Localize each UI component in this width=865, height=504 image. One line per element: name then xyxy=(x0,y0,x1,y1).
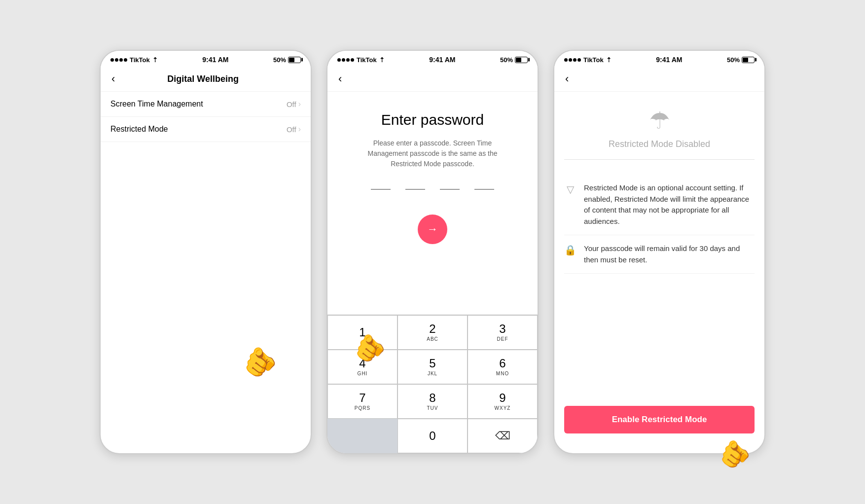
app-name-3: TikTok xyxy=(583,56,604,64)
battery-percent-2: 50% xyxy=(500,56,513,64)
back-button-1[interactable]: ‹ xyxy=(109,71,117,87)
enable-restricted-mode-button[interactable]: Enable Restricted Mode xyxy=(564,406,755,433)
info-text-1: Restricted Mode is an optional account s… xyxy=(584,182,755,227)
status-right-3: 50% xyxy=(727,56,755,64)
status-left-3: TikTok ⇡ xyxy=(564,56,612,64)
passcode-dot-4 xyxy=(474,189,494,190)
umbrella-icon: ☂ xyxy=(649,107,670,134)
key-empty xyxy=(327,419,397,453)
key-6[interactable]: 6 MNO xyxy=(468,350,538,384)
nav-bar-3: ‹ xyxy=(554,67,764,92)
password-content: Enter password Please enter a passcode. … xyxy=(327,92,538,315)
status-right-1: 50% xyxy=(273,56,301,64)
screen-time-label: Screen Time Management xyxy=(110,100,203,108)
nav-bar-2: ‹ xyxy=(327,67,538,92)
app-name-1: TikTok xyxy=(130,56,150,64)
status-bar-2: TikTok ⇡ 9:41 AM 50% xyxy=(327,51,538,67)
settings-item-screen-time[interactable]: Screen Time Management Off › xyxy=(101,92,311,117)
nav-bar-1: ‹ Digital Wellbeing xyxy=(101,67,311,92)
time-3: 9:41 AM xyxy=(656,56,682,64)
page-title-1: Digital Wellbeing xyxy=(117,74,289,84)
time-1: 9:41 AM xyxy=(202,56,228,64)
phone-3-wrapper: TikTok ⇡ 9:41 AM 50% ‹ ☂ Restricted Mode… xyxy=(553,50,765,454)
restricted-content: ☂ Restricted Mode Disabled ▽ Restricted … xyxy=(554,92,764,396)
passcode-input xyxy=(371,189,494,190)
screen-time-value: Off xyxy=(287,100,296,108)
submit-password-button[interactable]: → xyxy=(418,215,447,244)
back-button-2[interactable]: ‹ xyxy=(336,71,344,87)
restricted-mode-label: Restricted Mode xyxy=(110,125,168,134)
wifi-icon-1: ⇡ xyxy=(152,56,158,64)
back-button-3[interactable]: ‹ xyxy=(563,71,571,87)
password-screen: Enter password Please enter a passcode. … xyxy=(327,92,538,453)
restricted-mode-right: Off › xyxy=(287,125,301,134)
status-bar-1: TikTok ⇡ 9:41 AM 50% xyxy=(101,51,311,67)
battery-1 xyxy=(288,57,301,63)
settings-item-restricted[interactable]: Restricted Mode Off › xyxy=(101,117,311,142)
info-item-2: 🔒 Your passcode will remain valid for 30… xyxy=(564,235,755,274)
battery-3 xyxy=(742,57,755,63)
status-bar-3: TikTok ⇡ 9:41 AM 50% xyxy=(554,51,764,67)
restricted-mode-value: Off xyxy=(287,125,296,134)
info-item-1: ▽ Restricted Mode is an optional account… xyxy=(564,175,755,235)
restricted-mode-chevron: › xyxy=(298,125,301,134)
status-left-2: TikTok ⇡ xyxy=(337,56,385,64)
backspace-icon: ⌫ xyxy=(495,430,510,442)
arrow-icon: → xyxy=(427,223,438,236)
filter-icon: ▽ xyxy=(564,183,576,195)
time-2: 9:41 AM xyxy=(429,56,455,64)
screen-time-chevron: › xyxy=(298,100,301,108)
battery-percent-3: 50% xyxy=(727,56,740,64)
key-2[interactable]: 2 ABC xyxy=(397,315,468,350)
restricted-icon-area: ☂ Restricted Mode Disabled xyxy=(564,107,755,160)
key-7[interactable]: 7 PQRS xyxy=(327,384,397,419)
key-4[interactable]: 4 GHI xyxy=(327,350,397,384)
phone-1-wrapper: TikTok ⇡ 9:41 AM 50% ‹ Digital Wellbeing… xyxy=(100,50,312,454)
signal-1 xyxy=(110,58,127,62)
key-5[interactable]: 5 JKL xyxy=(397,350,468,384)
password-subtitle: Please enter a passcode. Screen Time Man… xyxy=(363,138,502,169)
passcode-dot-1 xyxy=(371,189,391,190)
phone-2: TikTok ⇡ 9:41 AM 50% ‹ Enter password Pl… xyxy=(326,50,539,454)
app-name-2: TikTok xyxy=(357,56,377,64)
password-title: Enter password xyxy=(381,111,484,128)
key-9[interactable]: 9 WXYZ xyxy=(468,384,538,419)
phone-1: TikTok ⇡ 9:41 AM 50% ‹ Digital Wellbeing… xyxy=(100,50,312,454)
key-3[interactable]: 3 DEF xyxy=(468,315,538,350)
passcode-dot-3 xyxy=(440,189,460,190)
wifi-icon-2: ⇡ xyxy=(379,56,385,64)
restricted-status-text: Restricted Mode Disabled xyxy=(609,139,710,149)
passcode-dot-2 xyxy=(405,189,425,190)
key-0[interactable]: 0 xyxy=(397,419,468,453)
signal-3 xyxy=(564,58,581,62)
phone-3: TikTok ⇡ 9:41 AM 50% ‹ ☂ Restricted Mode… xyxy=(553,50,765,454)
wifi-icon-3: ⇡ xyxy=(606,56,612,64)
key-backspace[interactable]: ⌫ xyxy=(468,419,538,453)
info-text-2: Your passcode will remain valid for 30 d… xyxy=(584,243,755,265)
key-1[interactable]: 1 xyxy=(327,315,397,350)
key-8[interactable]: 8 TUV xyxy=(397,384,468,419)
screen-time-right: Off › xyxy=(287,100,301,108)
status-right-2: 50% xyxy=(500,56,528,64)
info-items: ▽ Restricted Mode is an optional account… xyxy=(564,170,755,279)
numpad: 1 2 ABC 3 DEF 4 GHI 5 JKL xyxy=(327,315,538,453)
phone-2-wrapper: TikTok ⇡ 9:41 AM 50% ‹ Enter password Pl… xyxy=(326,50,539,454)
restricted-screen: ☂ Restricted Mode Disabled ▽ Restricted … xyxy=(554,92,764,453)
battery-2 xyxy=(515,57,528,63)
status-left-1: TikTok ⇡ xyxy=(110,56,158,64)
settings-list: Screen Time Management Off › Restricted … xyxy=(101,92,311,142)
battery-percent-1: 50% xyxy=(273,56,286,64)
lock-icon: 🔒 xyxy=(564,244,576,256)
restricted-bottom: Enable Restricted Mode xyxy=(554,396,764,453)
signal-2 xyxy=(337,58,354,62)
